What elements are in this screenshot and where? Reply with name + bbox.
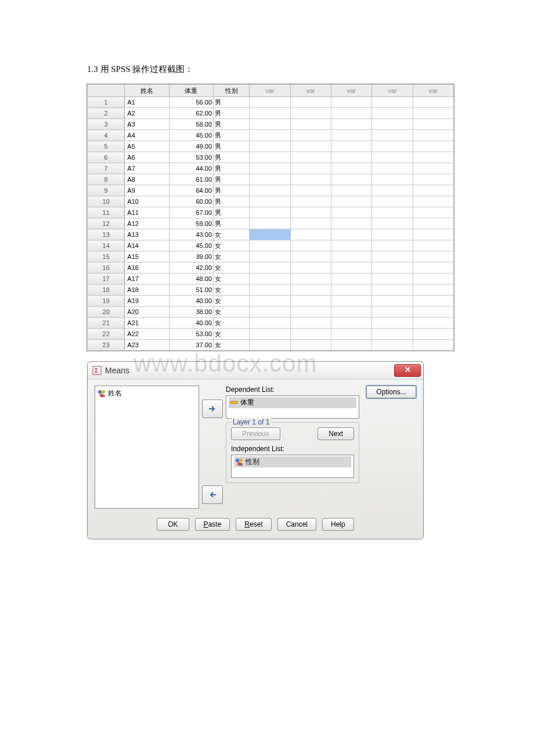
cell-empty[interactable] bbox=[413, 285, 453, 296]
cell-weight[interactable]: 53.00 bbox=[169, 152, 213, 163]
cell-empty[interactable] bbox=[250, 141, 290, 152]
cell-name[interactable]: A9 bbox=[125, 185, 169, 196]
cell-gender[interactable]: 女 bbox=[214, 251, 250, 262]
cell-name[interactable]: A2 bbox=[125, 108, 169, 119]
cell-empty[interactable] bbox=[250, 196, 290, 207]
cell-weight[interactable]: 45.00 bbox=[169, 130, 213, 141]
cell-gender[interactable]: 男 bbox=[214, 174, 250, 185]
cell-empty[interactable] bbox=[290, 229, 331, 240]
cell-gender[interactable]: 女 bbox=[214, 340, 250, 351]
independent-list[interactable]: a 性别 bbox=[231, 455, 354, 478]
cell-gender[interactable]: 男 bbox=[214, 130, 250, 141]
cell-gender[interactable]: 男 bbox=[214, 97, 250, 108]
cell-name[interactable]: A11 bbox=[125, 207, 169, 218]
cell-weight[interactable]: 51.00 bbox=[169, 285, 213, 296]
cell-empty[interactable] bbox=[250, 218, 290, 229]
cell-empty[interactable] bbox=[290, 285, 331, 296]
row-header[interactable]: 21 bbox=[88, 318, 125, 329]
cell-empty[interactable] bbox=[290, 296, 331, 307]
cell-empty[interactable] bbox=[290, 340, 331, 351]
cell-empty[interactable] bbox=[290, 196, 331, 207]
cell-empty[interactable] bbox=[331, 108, 371, 119]
cell-name[interactable]: A1 bbox=[125, 97, 169, 108]
cell-gender[interactable]: 男 bbox=[214, 207, 250, 218]
cell-empty[interactable] bbox=[290, 218, 331, 229]
dialog-titlebar[interactable]: Σ Means ✕ bbox=[88, 362, 423, 380]
source-var-item[interactable]: a 姓名 bbox=[98, 388, 196, 398]
cell-empty[interactable] bbox=[250, 329, 290, 340]
row-header[interactable]: 16 bbox=[88, 262, 125, 273]
cell-empty[interactable] bbox=[331, 141, 371, 152]
cell-empty[interactable] bbox=[413, 307, 453, 318]
col-header-gender[interactable]: 性别 bbox=[214, 85, 250, 97]
row-header[interactable]: 13 bbox=[88, 229, 125, 240]
row-header[interactable]: 12 bbox=[88, 218, 125, 229]
cell-empty[interactable] bbox=[290, 262, 331, 273]
cell-weight[interactable]: 56.00 bbox=[169, 97, 213, 108]
cell-empty[interactable] bbox=[290, 130, 331, 141]
cell-empty[interactable] bbox=[250, 229, 290, 240]
cell-empty[interactable] bbox=[372, 97, 413, 108]
cell-empty[interactable] bbox=[331, 318, 371, 329]
cell-empty[interactable] bbox=[290, 163, 331, 174]
cell-gender[interactable]: 女 bbox=[214, 240, 250, 251]
cell-weight[interactable]: 42.00 bbox=[169, 262, 213, 273]
cell-empty[interactable] bbox=[372, 229, 413, 240]
cell-empty[interactable] bbox=[290, 97, 331, 108]
cell-weight[interactable]: 40.00 bbox=[169, 318, 213, 329]
cell-empty[interactable] bbox=[331, 119, 371, 130]
cell-empty[interactable] bbox=[372, 207, 413, 218]
cell-gender[interactable]: 男 bbox=[214, 152, 250, 163]
cell-empty[interactable] bbox=[372, 273, 413, 285]
row-header[interactable]: 19 bbox=[88, 296, 125, 307]
cell-empty[interactable] bbox=[290, 307, 331, 318]
cell-empty[interactable] bbox=[372, 262, 413, 273]
cell-empty[interactable] bbox=[413, 141, 453, 152]
cell-empty[interactable] bbox=[413, 207, 453, 218]
cell-empty[interactable] bbox=[290, 185, 331, 196]
cell-gender[interactable]: 女 bbox=[214, 307, 250, 318]
cell-empty[interactable] bbox=[290, 108, 331, 119]
cell-empty[interactable] bbox=[290, 152, 331, 163]
cell-weight[interactable]: 43.00 bbox=[169, 229, 213, 240]
cell-empty[interactable] bbox=[372, 141, 413, 152]
next-button[interactable]: Next bbox=[317, 427, 354, 440]
cell-empty[interactable] bbox=[372, 307, 413, 318]
cell-empty[interactable] bbox=[372, 340, 413, 351]
cell-name[interactable]: A19 bbox=[125, 296, 169, 307]
cell-empty[interactable] bbox=[372, 108, 413, 119]
paste-button[interactable]: Paste bbox=[195, 518, 230, 531]
independent-item[interactable]: a 性别 bbox=[234, 456, 351, 467]
cell-empty[interactable] bbox=[413, 240, 453, 251]
row-header[interactable]: 10 bbox=[88, 196, 125, 207]
cell-empty[interactable] bbox=[331, 273, 371, 285]
cell-name[interactable]: A22 bbox=[125, 329, 169, 340]
cell-empty[interactable] bbox=[250, 174, 290, 185]
cell-name[interactable]: A17 bbox=[125, 273, 169, 285]
cell-empty[interactable] bbox=[331, 163, 371, 174]
cell-gender[interactable]: 女 bbox=[214, 229, 250, 240]
cell-empty[interactable] bbox=[290, 141, 331, 152]
cell-empty[interactable] bbox=[250, 152, 290, 163]
cell-empty[interactable] bbox=[413, 174, 453, 185]
move-to-independent-button[interactable] bbox=[202, 485, 223, 504]
cell-empty[interactable] bbox=[372, 285, 413, 296]
cell-empty[interactable] bbox=[413, 152, 453, 163]
cell-empty[interactable] bbox=[250, 108, 290, 119]
cell-empty[interactable] bbox=[372, 174, 413, 185]
row-header[interactable]: 15 bbox=[88, 251, 125, 262]
row-header[interactable]: 20 bbox=[88, 307, 125, 318]
cell-empty[interactable] bbox=[413, 218, 453, 229]
cell-weight[interactable]: 40.00 bbox=[169, 296, 213, 307]
cell-weight[interactable]: 37.00 bbox=[169, 340, 213, 351]
cell-weight[interactable]: 38.00 bbox=[169, 307, 213, 318]
cell-weight[interactable]: 58.00 bbox=[169, 119, 213, 130]
cell-name[interactable]: A21 bbox=[125, 318, 169, 329]
cell-empty[interactable] bbox=[331, 97, 371, 108]
cell-name[interactable]: A18 bbox=[125, 285, 169, 296]
cell-empty[interactable] bbox=[290, 318, 331, 329]
cell-weight[interactable]: 44.00 bbox=[169, 163, 213, 174]
cell-empty[interactable] bbox=[250, 340, 290, 351]
cell-name[interactable]: A20 bbox=[125, 307, 169, 318]
cell-gender[interactable]: 男 bbox=[214, 185, 250, 196]
